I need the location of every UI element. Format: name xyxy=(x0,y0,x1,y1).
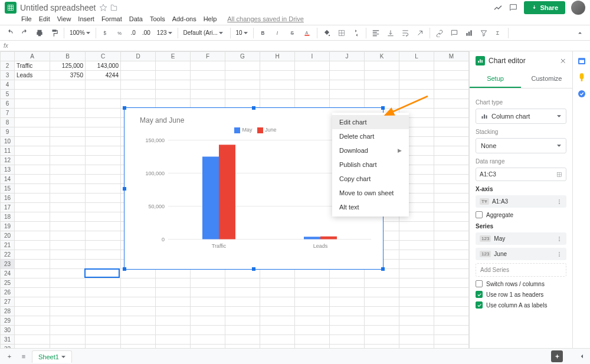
menu-addons[interactable]: Add-ons xyxy=(172,15,196,22)
comments-icon[interactable] xyxy=(509,3,518,12)
svg-rect-10 xyxy=(466,33,467,36)
context-menu-item[interactable]: Copy chart xyxy=(332,172,409,186)
rotate-button[interactable] xyxy=(414,27,427,40)
tab-setup[interactable]: Setup xyxy=(470,70,521,88)
close-icon[interactable] xyxy=(559,57,566,64)
functions-button[interactable]: Σ xyxy=(492,27,505,40)
all-sheets-button[interactable]: ≡ xyxy=(18,350,30,362)
text-color-button[interactable]: A xyxy=(301,27,314,40)
grid-select-icon[interactable] xyxy=(556,172,562,178)
collapse-menu-button[interactable] xyxy=(573,27,586,40)
add-series-button[interactable]: Add Series xyxy=(476,263,566,277)
comment-button[interactable] xyxy=(448,27,461,40)
tasks-icon[interactable] xyxy=(577,89,586,99)
print-button[interactable] xyxy=(33,27,46,40)
link-button[interactable] xyxy=(433,27,446,40)
italic-button[interactable]: I xyxy=(271,27,284,40)
more-icon[interactable] xyxy=(556,236,562,242)
context-menu-item[interactable]: Alt text xyxy=(332,200,409,214)
halign-button[interactable] xyxy=(369,27,382,40)
wrap-button[interactable] xyxy=(399,27,412,40)
spreadsheet-grid[interactable]: ABCDEFGHIJKLM2Traffic125,000143,0003Lead… xyxy=(0,51,469,352)
aggregate-checkbox[interactable]: Aggregate xyxy=(476,211,566,218)
resize-handle[interactable] xyxy=(123,187,126,191)
menu-edit[interactable]: Edit xyxy=(39,15,50,22)
resize-handle[interactable] xyxy=(252,106,255,110)
legend-swatch-may xyxy=(234,127,240,133)
keep-icon[interactable] xyxy=(577,73,586,82)
add-sheet-button[interactable]: + xyxy=(4,350,15,362)
doc-name[interactable]: Untitled spreadsheet xyxy=(20,3,96,12)
fill-color-button[interactable] xyxy=(320,27,333,40)
borders-button[interactable] xyxy=(335,27,348,40)
svg-text:Σ: Σ xyxy=(496,30,499,35)
font-select[interactable]: Default (Ari... xyxy=(181,28,227,37)
context-menu-item[interactable]: Delete chart xyxy=(332,129,409,143)
expand-rail-icon[interactable] xyxy=(577,352,586,361)
redo-button[interactable] xyxy=(18,27,31,40)
menu-format[interactable]: Format xyxy=(101,15,122,22)
menu-help[interactable]: Help xyxy=(204,15,217,22)
chart-type-select[interactable]: Column chart xyxy=(476,109,566,124)
valign-button[interactable] xyxy=(384,27,397,40)
use-colA-checkbox[interactable]: Use column A as labels xyxy=(476,301,566,309)
resize-handle[interactable] xyxy=(123,267,126,271)
insert-chart-button[interactable] xyxy=(463,27,476,40)
resize-handle[interactable] xyxy=(381,106,385,110)
menu-data[interactable]: Data xyxy=(129,15,143,22)
more-icon[interactable] xyxy=(556,251,562,257)
menu-insert[interactable]: Insert xyxy=(78,15,94,22)
number-format-select[interactable]: 123 xyxy=(155,28,175,37)
increase-decimal[interactable]: .00 xyxy=(140,28,153,37)
filter-button[interactable] xyxy=(477,27,490,40)
svg-text:%: % xyxy=(117,30,122,35)
undo-button[interactable] xyxy=(4,27,17,40)
svg-rect-22 xyxy=(202,157,219,240)
share-button[interactable]: Share xyxy=(524,1,565,14)
menu-tools[interactable]: Tools xyxy=(150,15,165,22)
svg-point-44 xyxy=(559,252,560,253)
svg-text:$: $ xyxy=(103,30,106,35)
chart-editor-panel: Chart editor Setup Customize Chart type … xyxy=(469,51,572,352)
context-menu-item[interactable]: Publish chart xyxy=(332,158,409,172)
bold-button[interactable]: B xyxy=(257,27,270,40)
move-folder-icon[interactable] xyxy=(110,4,118,12)
merge-button[interactable] xyxy=(350,27,363,40)
tab-customize[interactable]: Customize xyxy=(521,70,572,88)
data-range-input[interactable]: A1:C3 xyxy=(476,168,566,181)
resize-handle[interactable] xyxy=(252,267,255,271)
menu-view[interactable]: View xyxy=(57,15,71,22)
calendar-icon[interactable] xyxy=(577,56,586,65)
context-menu-item[interactable]: Download▶ xyxy=(332,143,409,158)
resize-handle[interactable] xyxy=(123,106,126,110)
saved-status[interactable]: All changes saved in Drive xyxy=(227,15,304,22)
chart-context-menu: Edit chartDelete chartDownload▶Publish c… xyxy=(332,113,409,217)
series-chip-june[interactable]: 123June xyxy=(476,248,566,260)
menu-file[interactable]: File xyxy=(21,15,32,22)
decrease-decimal[interactable]: .0 xyxy=(129,28,138,37)
more-icon[interactable] xyxy=(556,199,562,205)
font-size-select[interactable]: 10 xyxy=(234,28,250,37)
account-avatar[interactable] xyxy=(571,1,585,15)
stacking-select[interactable]: None xyxy=(476,138,566,153)
use-row1-checkbox[interactable]: Use row 1 as headers xyxy=(476,291,566,298)
series-chip-may[interactable]: 123May xyxy=(476,232,566,245)
context-menu-item[interactable]: Move to own sheet xyxy=(332,186,409,200)
xaxis-chip[interactable]: TᴛA1:A3 xyxy=(476,195,566,208)
sheet-tab[interactable]: Sheet1 xyxy=(32,350,72,363)
percent-button[interactable]: % xyxy=(114,27,127,40)
formula-bar[interactable]: fx xyxy=(0,41,590,51)
sheets-logo[interactable] xyxy=(5,2,17,14)
chart-object[interactable]: May and June May June 050,000100,000150,… xyxy=(124,107,384,270)
context-menu-item[interactable]: Edit chart xyxy=(332,115,409,129)
currency-button[interactable]: $ xyxy=(99,27,112,40)
star-icon[interactable] xyxy=(99,4,107,12)
strikethrough-button[interactable]: S xyxy=(286,27,299,40)
switch-rows-cols-checkbox[interactable]: Switch rows / columns xyxy=(476,280,566,287)
svg-rect-33 xyxy=(484,114,485,119)
zoom-select[interactable]: 100% xyxy=(67,28,93,37)
paint-format-button[interactable] xyxy=(48,27,61,40)
activity-icon[interactable] xyxy=(493,3,503,12)
explore-button[interactable] xyxy=(551,350,563,362)
resize-handle[interactable] xyxy=(381,267,385,271)
